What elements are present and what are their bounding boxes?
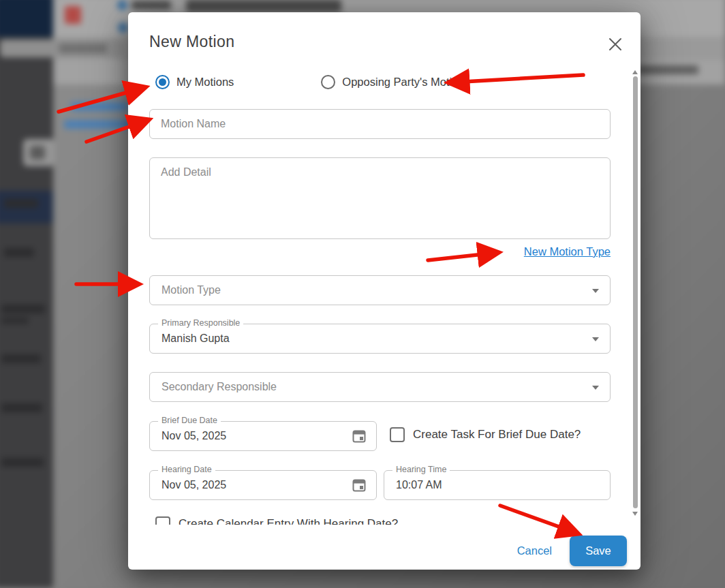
create-task-label: Create Task For Brief Due Date? [413, 428, 581, 442]
brief-due-date-value: Nov 05, 2025 [161, 430, 226, 442]
motion-name-field[interactable] [149, 109, 611, 139]
chevron-down-icon[interactable] [592, 337, 599, 341]
scroll-down-arrow-icon[interactable] [632, 512, 638, 516]
radio-opposing-partys-motions[interactable]: Opposing Party's Motions [321, 75, 470, 89]
secondary-responsible-select[interactable]: Secondary Responsible [149, 372, 611, 402]
new-motion-type-link[interactable]: New Motion Type [524, 245, 611, 258]
radio-selected-icon[interactable] [155, 75, 170, 89]
background-logo-block [0, 0, 53, 37]
motion-owner-radio-group: My Motions Opposing Party's Motions [155, 72, 470, 92]
radio-label: Opposing Party's Motions [342, 76, 470, 89]
checkbox-unchecked-icon[interactable] [155, 516, 170, 525]
hearing-date-value: Nov 05, 2025 [161, 479, 226, 491]
scrollbar-thumb[interactable] [633, 76, 638, 508]
create-task-checkbox-row[interactable]: Create Task For Brief Due Date? [390, 427, 581, 442]
checkbox-unchecked-icon[interactable] [390, 427, 405, 442]
hearing-date-label: Hearing Date [158, 465, 215, 474]
save-button[interactable]: Save [570, 536, 627, 566]
scroll-up-arrow-icon[interactable] [632, 70, 638, 74]
calendar-icon[interactable] [351, 477, 367, 493]
primary-responsible-value: Manish Gupta [161, 332, 230, 345]
hearing-time-field[interactable]: Hearing Time 10:07 AM [384, 470, 611, 500]
new-motion-dialog: New Motion My Motions Opposing Party's M… [128, 12, 641, 570]
motion-type-placeholder: Motion Type [161, 284, 221, 296]
background-link [64, 120, 132, 129]
dialog-scroll-area: My Motions Opposing Party's Motions New … [128, 68, 632, 525]
dialog-title: New Motion [149, 33, 234, 51]
motion-type-select[interactable]: Motion Type [149, 275, 611, 305]
background-red-icon [65, 6, 81, 24]
hearing-time-value: 10:07 AM [396, 479, 442, 491]
dialog-footer: Cancel Save [517, 535, 627, 566]
radio-my-motions[interactable]: My Motions [155, 75, 234, 89]
background-blue-dot-icon [118, 22, 128, 33]
hearing-date-field[interactable]: Hearing Date Nov 05, 2025 [149, 470, 377, 500]
close-icon[interactable] [606, 35, 624, 53]
create-calendar-entry-checkbox-row[interactable]: Create Calendar Entry With Hearing Date? [155, 516, 398, 525]
brief-due-date-field[interactable]: Brief Due Date Nov 05, 2025 [149, 421, 377, 451]
radio-unselected-icon[interactable] [321, 75, 335, 89]
calendar-icon[interactable] [351, 428, 367, 444]
dialog-scrollbar[interactable] [632, 68, 638, 523]
background-link [71, 102, 128, 111]
brief-due-date-label: Brief Due Date [158, 416, 221, 425]
create-calendar-entry-label: Create Calendar Entry With Hearing Date? [179, 517, 398, 525]
motion-name-input[interactable] [150, 110, 610, 138]
add-detail-field[interactable] [149, 157, 611, 239]
primary-responsible-label: Primary Responsible [158, 318, 243, 328]
hearing-time-label: Hearing Time [392, 465, 450, 474]
add-detail-textarea[interactable] [150, 158, 610, 238]
radio-label: My Motions [176, 76, 234, 89]
secondary-responsible-placeholder: Secondary Responsible [161, 381, 277, 393]
chevron-down-icon[interactable] [592, 386, 599, 390]
background-blue-dot-icon [117, 0, 127, 10]
cancel-button[interactable]: Cancel [517, 544, 552, 557]
primary-responsible-select[interactable]: Primary Responsible Manish Gupta [149, 324, 611, 354]
chevron-down-icon[interactable] [592, 289, 599, 293]
